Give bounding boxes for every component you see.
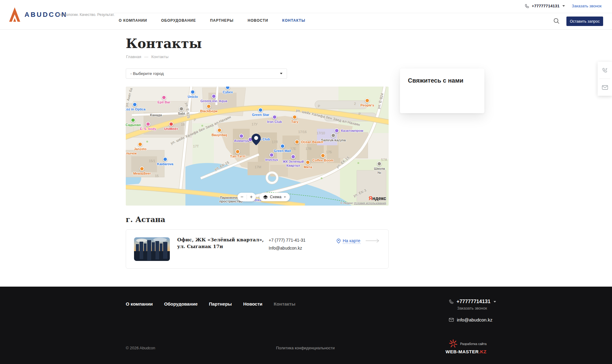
nav-item[interactable]: НОВОСТИ [248,18,268,23]
map-poi[interactable]: Invictus [265,153,278,162]
map-poi[interactable]: Janzeto [134,142,147,151]
footer-nav-item[interactable]: Оборудование [164,301,198,306]
chevron-down-icon[interactable] [562,5,565,7]
arrow-right-icon[interactable] [366,239,380,243]
office-card[interactable]: Офис, ЖК «Зелёный квартал», ул. Сыганак … [126,229,389,269]
map-poi[interactable]: Школа № [374,162,385,174]
map-terms-link[interactable]: Условия использования [354,201,386,205]
house-number: 17У [252,122,257,126]
request-button[interactable]: Оставить запрос [566,17,603,26]
nav-item[interactable]: О КОМПАНИИ [119,18,147,23]
zoom-in-button[interactable]: + [247,193,256,201]
city-heading: г. Астана [126,215,165,224]
map-poi[interactable]: Samruk-kazyna [321,133,346,142]
page-title: Контакты [126,36,202,51]
map-poi[interactable]: Kaidarova [157,157,173,166]
poi-label: Канада [150,113,162,117]
map-poi[interactable]: Green Mall [274,144,291,153]
footer-nav-item[interactable]: О компании [126,301,153,306]
map-poi[interactable]: GreenLine. Aqua [200,94,227,103]
chevron-down-icon[interactable] [494,301,496,303]
house-number: 17Т [193,144,199,148]
office-map-pin-icon[interactable] [252,134,261,145]
map-poi[interactable]: Avatariya [234,134,249,143]
zoom-out-button[interactable]: − [237,193,247,201]
poi-dot-icon [334,128,339,133]
poi-dot-icon [138,142,143,147]
developer-credit[interactable]: Разработка сайта WEB-MASTER.KZ [446,339,487,354]
developer-name: WEB-MASTER.KZ [446,349,487,354]
callback-widget-button[interactable] [598,62,612,79]
poi-dot-icon [272,115,277,119]
map-poi[interactable]: Казатомпром [334,128,363,133]
map-poi[interactable]: Мята [304,160,312,169]
poi-label: Казатомпром [341,129,363,133]
map-poi[interactable]: Cybex [223,87,233,94]
footer-nav-item[interactable]: Контакты [274,301,296,306]
city-select[interactable]: - Выберите город [126,69,287,79]
map-poi[interactable]: Epil Bar [158,95,170,104]
map-poi[interactable]: Тәп-Тәтті [230,149,245,158]
map-poi[interactable]: Канада [150,113,162,117]
nav-item[interactable]: КОНТАКТЫ [282,18,305,23]
poi-dot-icon [377,162,382,166]
map-poi[interactable]: E. S. body [140,122,156,131]
privacy-link[interactable]: Политика конфиденциальности [276,346,335,350]
house-number: 2 [354,102,356,106]
map-poi[interactable]: Sabi [178,106,185,116]
yandex-map[interactable]: UnicloCybexGreenLine. AquaEpil BarBlackБ… [126,87,389,206]
footer-nav-item[interactable]: Партнеры [209,301,232,306]
house-number: P [194,118,196,122]
house-number: 17Е [290,147,296,150]
map-copyright: © Яндекс [340,201,353,205]
map-poi[interactable]: Koz in Optica [126,102,145,111]
map-poi[interactable]: Green Star [252,108,269,117]
map-poi[interactable]: Iron Club [267,115,282,124]
chevron-down-icon [284,196,285,198]
header-phone-number[interactable]: +77777714131 [532,4,560,8]
map-poi[interactable]: Uniclo [188,90,198,99]
footer-email[interactable]: info@abudcon.kz [457,317,492,322]
nav-item[interactable]: ПАРТНЕРЫ [210,18,233,23]
map-poi[interactable]: Шашлычок [126,151,137,155]
search-icon[interactable] [553,18,560,24]
poi-label: Ocean Basket [301,140,323,144]
footer-phone-number[interactable]: +77777714131 [457,299,491,304]
street-label: ул. Е-925 [185,102,190,118]
map-poi[interactable]: ЖК Зелёный Квартал [283,154,304,167]
map-poi[interactable]: UniMed+ [164,122,178,131]
yandex-logo[interactable]: Яндекс [340,196,386,201]
nav-item[interactable]: ОБОРУДОВАНИЕ [161,18,196,23]
map-layer-control[interactable]: Схема [259,193,290,201]
map-poi[interactable]: Coffee Boom [312,154,333,163]
poi-label: Green Star [252,113,269,117]
map-poi[interactable]: Тагу [291,115,298,124]
footer-callback-link[interactable]: Заказать звонок [457,306,496,310]
poi-label: Kaidarova [157,162,173,166]
map-poi[interactable]: People's [360,98,374,107]
poi-label: Invictus [265,158,278,162]
map-poi[interactable]: Meat&Beer [133,166,151,176]
poi-label: Green Mall [274,149,291,153]
house-number: 17Л [272,140,278,144]
office-map-link[interactable]: На карте [337,238,360,244]
email-widget-button[interactable] [598,79,612,96]
office-email[interactable]: Info@abudcon.kz [269,246,302,251]
map-poi[interactable]: Ocean Basket [295,139,323,144]
office-phone[interactable]: +7 (777) 771-41-31 [269,238,305,243]
chevron-down-icon [280,73,282,74]
street-label: ул. шейх Халифа бен Заид ал-Нахаян [296,108,361,127]
poi-dot-icon [169,122,174,126]
callback-link[interactable]: Заказать звонок [572,4,602,8]
breadcrumb-home[interactable]: Главная [126,54,141,59]
poi-label: Meat&Beer [133,172,151,176]
phone-icon [525,4,529,8]
poi-dot-icon [235,149,240,154]
poi-dot-icon [306,160,310,165]
map-poi[interactable]: Садыхан [126,118,141,127]
map-poi[interactable]: BlackБери [200,104,218,113]
webmaster-star-icon [449,339,458,348]
map-poi[interactable]: Bauyrdaq [211,128,227,137]
callback-phone-icon [602,67,608,73]
footer-nav-item[interactable]: Новости [243,301,263,306]
